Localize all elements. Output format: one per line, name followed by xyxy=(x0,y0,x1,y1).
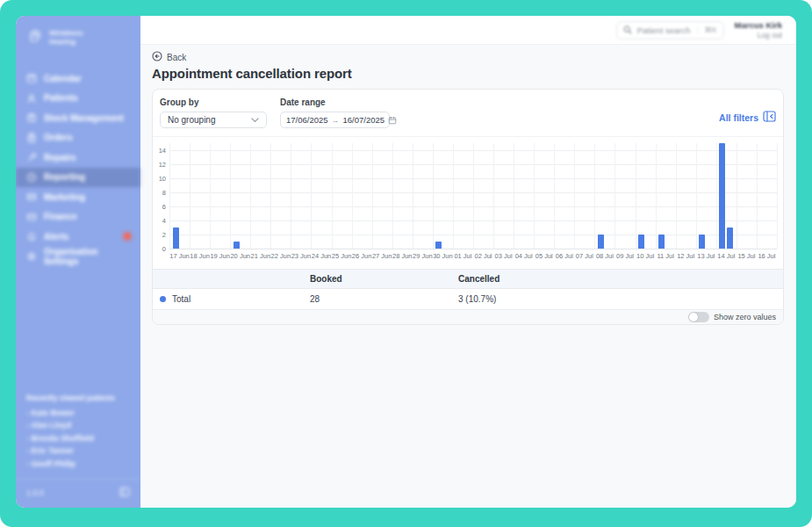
x-axis-tick: 02 Jul xyxy=(475,252,492,260)
gridline xyxy=(270,143,271,249)
gridline xyxy=(311,143,312,249)
date-range-input[interactable]: 17/06/2025 → 16/07/2025 xyxy=(280,112,390,128)
sidebar-item-patients[interactable]: Patients xyxy=(16,89,140,109)
gridline xyxy=(534,143,535,249)
ear-logo-icon xyxy=(26,26,44,49)
x-axis-tick: 28 Jun xyxy=(392,252,413,260)
chevron-down-icon xyxy=(251,115,259,125)
bar-booked-10-jul xyxy=(638,235,644,249)
gridline xyxy=(757,143,758,249)
back-arrow-icon xyxy=(152,51,162,63)
recent-patient-link[interactable]: - Eric Tanner xyxy=(26,446,130,455)
calendar-icon[interactable] xyxy=(388,116,397,125)
sidebar-item-reporting[interactable]: Reporting xyxy=(16,168,140,188)
sidebar-item-orders[interactable]: Orders xyxy=(16,128,140,148)
gridline xyxy=(453,143,454,249)
recent-patient-link[interactable]: - Brenda Sheffield xyxy=(26,434,130,443)
sidebar-item-label: Calendar xyxy=(44,74,82,83)
sidebar: Whiddons Hearing CalendarPatientsStock M… xyxy=(16,16,140,508)
filter-bar: Group by No grouping Date range xyxy=(153,90,783,137)
sidebar-item-label: Marketing xyxy=(44,192,85,202)
settings-icon xyxy=(26,251,37,262)
y-axis-tick: 6 xyxy=(153,203,166,211)
x-axis-tick: 16 Jul xyxy=(758,252,775,260)
x-axis-tick: 17 Jun xyxy=(169,252,190,260)
report-content: Back Appointment cancellation report Gro… xyxy=(140,45,796,508)
table-header-booked: Booked xyxy=(303,274,451,284)
date-end-value[interactable]: 16/07/2025 xyxy=(343,115,385,125)
y-axis-tick: 2 xyxy=(153,231,166,239)
sidebar-item-label: Stock Management xyxy=(44,113,124,123)
y-axis-tick: 10 xyxy=(153,175,166,183)
patient-search-input[interactable]: Patient search ⌘K xyxy=(616,21,724,40)
show-zero-values-toggle[interactable] xyxy=(688,312,709,322)
x-axis-tick: 18 Jun xyxy=(190,252,210,260)
x-axis-tick: 10 Jul xyxy=(636,252,654,260)
sidebar-item-calendar[interactable]: Calendar xyxy=(16,69,140,89)
group-by-label: Group by xyxy=(160,97,267,107)
recent-patients-title: Recently viewed patients xyxy=(26,393,130,402)
back-button[interactable]: Back xyxy=(152,51,796,63)
sidebar-item-label: Finance xyxy=(44,212,77,221)
recent-patient-link[interactable]: - Kate Bower xyxy=(26,408,130,417)
collapse-panel-icon xyxy=(763,110,776,126)
bar-booked-11-jul xyxy=(658,235,665,249)
x-axis-tick: 21 Jun xyxy=(251,252,271,260)
x-axis-tick: 25 Jun xyxy=(332,252,352,260)
x-axis-tick: 26 Jun xyxy=(352,252,372,260)
sidebar-item-organisation-settings[interactable]: Organisation Settings xyxy=(16,247,140,267)
reporting-icon xyxy=(26,172,37,183)
sidebar-item-finance[interactable]: Finance xyxy=(16,207,140,227)
search-placeholder: Patient search xyxy=(637,25,691,35)
x-axis-tick: 12 Jul xyxy=(677,252,694,260)
collapse-sidebar-icon[interactable] xyxy=(119,487,130,499)
recent-patient-link[interactable]: - Alan Lloyd xyxy=(26,421,130,430)
show-zero-values-label: Show zero values xyxy=(714,313,776,321)
all-filters-button[interactable]: All filters xyxy=(719,110,776,128)
sidebar-item-label: Organisation Settings xyxy=(44,247,130,266)
back-label: Back xyxy=(167,53,186,62)
gridline xyxy=(696,143,697,249)
gridline xyxy=(250,143,251,249)
x-axis-tick: 20 Jun xyxy=(230,252,250,260)
gridline xyxy=(656,143,657,249)
x-axis-tick: 05 Jul xyxy=(535,252,553,260)
gridline xyxy=(493,143,494,249)
gridline xyxy=(473,143,474,249)
gridline xyxy=(372,143,373,249)
bar-cancelled-14-jul xyxy=(727,227,733,249)
all-filters-label: All filters xyxy=(719,112,758,123)
search-icon xyxy=(623,22,632,38)
x-axis-tick: 06 Jul xyxy=(556,252,573,260)
x-axis-tick: 27 Jun xyxy=(372,252,392,260)
gridline xyxy=(514,143,514,249)
gridline xyxy=(676,143,677,249)
app-frame: Whiddons Hearing CalendarPatientsStock M… xyxy=(0,0,812,527)
sidebar-item-marketing[interactable]: Marketing xyxy=(16,187,140,207)
gridline xyxy=(614,143,615,249)
y-axis-tick: 12 xyxy=(153,161,166,169)
date-start-value[interactable]: 17/06/2025 xyxy=(286,115,328,125)
x-axis-tick: 04 Jul xyxy=(515,252,533,260)
page-title: Appointment cancellation report xyxy=(152,66,796,81)
sidebar-item-alerts[interactable]: Alerts xyxy=(16,227,140,247)
recent-patient-link[interactable]: - Geoff Philip xyxy=(26,459,130,468)
group-by-select[interactable]: No grouping xyxy=(160,112,267,128)
card-footer: Show zero values xyxy=(153,309,783,324)
x-axis-tick: 08 Jul xyxy=(596,252,614,260)
sidebar-item-stock-management[interactable]: Stock Management xyxy=(16,108,140,128)
x-axis-tick: 11 Jul xyxy=(657,252,673,260)
x-axis-tick: 22 Jun xyxy=(271,252,291,260)
gridline xyxy=(413,143,413,249)
bar-booked-13-jul xyxy=(699,235,705,249)
gridline xyxy=(190,143,190,249)
x-axis-tick: 13 Jul xyxy=(697,252,715,260)
x-axis-tick: 15 Jul xyxy=(737,252,755,260)
logout-link[interactable]: Log out xyxy=(735,31,782,40)
sidebar-item-repairs[interactable]: Repairs xyxy=(16,148,140,168)
app-logo: Whiddons Hearing xyxy=(16,16,140,58)
gridline xyxy=(352,143,353,249)
logo-text: Whiddons Hearing xyxy=(49,29,83,47)
gridline xyxy=(169,249,777,249)
alerts-icon xyxy=(26,231,37,242)
